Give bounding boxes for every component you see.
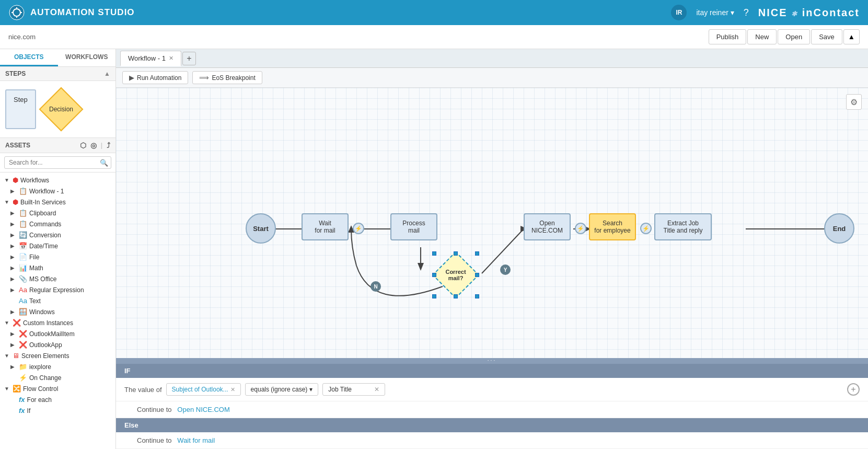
tree-item-msoffice[interactable]: ▶ 📎 MS Office [0, 273, 115, 284]
workflow-canvas[interactable]: ⚙ [116, 88, 868, 358]
node-wait[interactable]: Waitfor mail [302, 213, 349, 240]
add-condition-button[interactable]: + [847, 383, 860, 396]
node-correct-mail[interactable]: Correctmail? [435, 254, 477, 296]
help-icon[interactable]: ? [744, 7, 749, 18]
panel-resize-handle[interactable]: ··· [116, 358, 868, 362]
tree-icon-commands: 📋 [19, 220, 27, 228]
step-node[interactable]: Step [5, 89, 36, 129]
tree-icon-text: Aa [19, 297, 27, 305]
tree-item-commands[interactable]: ▶ 📋 Commands [0, 218, 115, 229]
tree-item-clipboard[interactable]: ▶ 📋 Clipboard [0, 208, 115, 218]
sidebar: OBJECTS WORKFLOWS STEPS ▲ Step Decision … [0, 49, 116, 449]
tree-icon-foreach: fx [19, 396, 25, 404]
decision-node[interactable]: Decision [39, 87, 83, 132]
tree-icon-flowcontrol: 🔀 [13, 385, 21, 393]
run-icon: ▶ [129, 74, 134, 82]
tree-item-workflows[interactable]: ▼ ⬢ Workflows [0, 175, 115, 186]
condition-field-close[interactable]: ✕ [230, 386, 235, 393]
start-circle: Start [246, 213, 276, 244]
correct-mail-container: Correctmail? [435, 254, 477, 296]
user-menu[interactable]: itay reiner ▾ [696, 8, 734, 17]
lightning-2[interactable]: ⚡ [575, 223, 586, 234]
save-button[interactable]: Save [811, 29, 842, 44]
tree-label-windows: Windows [29, 308, 55, 316]
search-input[interactable] [4, 156, 111, 169]
tree-item-workflow1[interactable]: ▶ 📋 Workflow - 1 [0, 186, 115, 197]
canvas-settings-icon[interactable]: ⚙ [846, 94, 862, 110]
condition-operator-select[interactable]: equals (ignore case) ▾ [245, 383, 319, 396]
process-label: Processmail [402, 220, 425, 234]
workflow-tab[interactable]: Workflow - 1 ✕ [120, 51, 181, 66]
tree-item-onchange[interactable]: ⚡ On Change [0, 372, 115, 383]
node-open-nice[interactable]: OpenNICE.COM [524, 213, 571, 240]
tree-item-text[interactable]: Aa Text [0, 295, 115, 306]
tree-item-screen[interactable]: ▼ 🖥 Screen Elements [0, 350, 115, 361]
tree-item-custom[interactable]: ▼ ❌ Custom Instances [0, 317, 115, 328]
user-name-text: itay reiner [696, 8, 728, 17]
node-process[interactable]: Processmail [390, 213, 437, 240]
asset-tree: ▼ ⬢ Workflows ▶ 📋 Workflow - 1 ▼ ⬢ Built… [0, 172, 115, 449]
tab-workflows[interactable]: WORKFLOWS [58, 49, 116, 66]
collapse-button[interactable]: ▲ [843, 29, 860, 44]
new-button[interactable]: New [747, 29, 777, 44]
nav-left: AUTOMATION STUDIO [8, 4, 135, 21]
tab-close-icon[interactable]: ✕ [169, 55, 173, 62]
tree-item-foreach[interactable]: fx For each [0, 394, 115, 405]
tree-label-clipboard: Clipboard [29, 210, 56, 217]
run-automation-button[interactable]: ▶ Run Automation [122, 71, 188, 84]
tree-icon-screen: 🖥 [13, 352, 19, 360]
expand-icon: ▶ [10, 342, 17, 348]
tree-icon-wf1: 📋 [19, 187, 27, 195]
sidebar-tabs: OBJECTS WORKFLOWS [0, 49, 115, 67]
node-search[interactable]: Searchfor employee [589, 213, 636, 240]
publish-button[interactable]: Publish [709, 29, 747, 44]
tree-item-regex[interactable]: ▶ Aa Regular Expression [0, 284, 115, 295]
tree-item-outlookapp[interactable]: ▶ ❌ OutlookApp [0, 339, 115, 350]
tab-objects[interactable]: OBJECTS [0, 49, 58, 66]
tree-item-iexplore[interactable]: ▶ 📁 iexplore [0, 361, 115, 372]
canvas-and-panel: ⚙ [116, 88, 868, 449]
condition-field-tag[interactable]: Subject of Outlook... ✕ [166, 383, 241, 396]
expand-icon: ▶ [10, 309, 17, 315]
condition-value-field[interactable]: Job Title ✕ [322, 383, 385, 396]
tree-item-windows[interactable]: ▶ 🪟 Windows [0, 306, 115, 317]
asset-icon-1[interactable]: ⬡ [80, 141, 86, 149]
tree-item-outlookmail[interactable]: ▶ ❌ OutlookMailItem [0, 328, 115, 339]
tree-label-file: File [29, 254, 39, 261]
tree-item-if[interactable]: fx If [0, 405, 115, 416]
tree-item-math[interactable]: ▶ 📊 Math [0, 262, 115, 273]
node-extract[interactable]: Extract JobTitle and reply [654, 213, 712, 240]
search-rect: Searchfor employee [589, 213, 636, 240]
tree-item-builtins[interactable]: ▼ ⬢ Built-In Services [0, 197, 115, 208]
open-button[interactable]: Open [778, 29, 810, 44]
lightning-1[interactable]: ⚡ [353, 223, 364, 234]
assets-toolbar: ⬡ ◎ | ⤴ [80, 141, 110, 149]
eos-breakpoint-button[interactable]: ⟹ EoS Breakpoint [192, 71, 262, 84]
eos-icon: ⟹ [199, 74, 209, 82]
lightning-icon-3[interactable]: ⚡ [640, 223, 652, 234]
condition-value-close[interactable]: ✕ [374, 386, 379, 393]
tree-icon-conversion: 🔄 [19, 231, 27, 239]
tree-icon-windows: 🪟 [19, 308, 27, 316]
tree-item-file[interactable]: ▶ 📄 File [0, 251, 115, 262]
tree-item-datetime[interactable]: ▶ 📅 Date/Time [0, 240, 115, 251]
tree-label-foreach: For each [27, 396, 52, 404]
tree-icon-regex: Aa [19, 286, 27, 294]
node-start[interactable]: Start [246, 213, 276, 244]
tree-label-regex: Regular Expression [29, 286, 84, 294]
asset-export-icon[interactable]: ⤴ [107, 141, 110, 149]
add-tab-button[interactable]: + [182, 52, 196, 65]
lightning-icon-1[interactable]: ⚡ [353, 223, 364, 234]
brand-logo: NICE ✱ inContact [758, 7, 860, 19]
node-end[interactable]: End [824, 213, 854, 244]
tree-icon-file: 📄 [19, 253, 27, 261]
tree-item-flowcontrol[interactable]: ▼ 🔀 Flow Control [0, 383, 115, 394]
condition-prefix: The value of [124, 386, 162, 394]
steps-collapse-icon[interactable]: ▲ [104, 70, 110, 77]
lightning-3[interactable]: ⚡ [640, 223, 652, 234]
tree-item-conversion[interactable]: ▶ 🔄 Conversion [0, 229, 115, 240]
tree-icon-outlookapp: ❌ [19, 341, 27, 349]
expand-icon: ▶ [10, 265, 17, 271]
asset-icon-2[interactable]: ◎ [90, 141, 97, 149]
lightning-icon-2[interactable]: ⚡ [575, 223, 586, 234]
